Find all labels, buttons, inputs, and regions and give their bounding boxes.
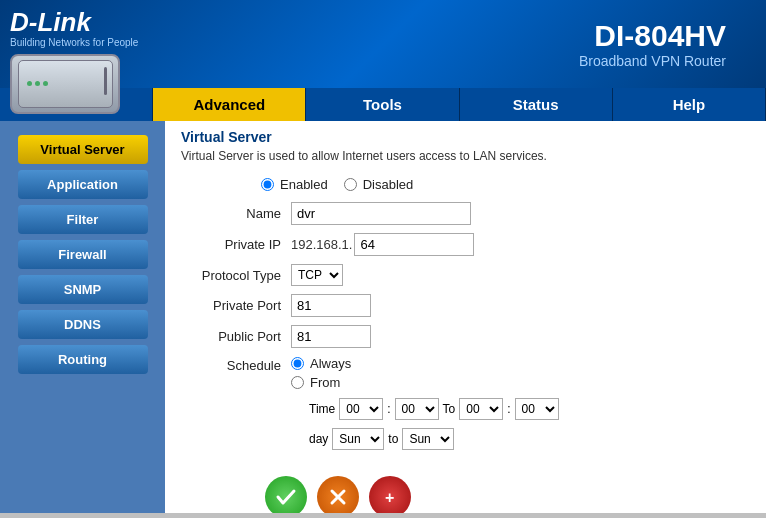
private-port-label: Private Port xyxy=(181,298,291,313)
time-label: Time xyxy=(309,402,335,416)
nav-tab-advanced[interactable]: Advanced xyxy=(153,88,306,121)
sidebar: Virtual Server Application Filter Firewa… xyxy=(0,121,165,513)
disabled-option[interactable]: Disabled xyxy=(344,177,414,192)
name-input[interactable]: dvr xyxy=(291,202,471,225)
nav-tab-status[interactable]: Status xyxy=(460,88,613,121)
cancel-icon[interactable] xyxy=(317,476,359,513)
name-row: Name dvr xyxy=(181,202,750,225)
action-row: Apply Cancel + Help xyxy=(165,466,766,513)
sidebar-item-snmp[interactable]: SNMP xyxy=(18,275,148,304)
ip-prefix: 192.168.1. xyxy=(291,237,352,252)
section-desc: Virtual Server is used to allow Internet… xyxy=(165,147,766,173)
brand-tagline: Building Networks for People xyxy=(10,37,138,48)
help-icon[interactable]: + xyxy=(369,476,411,513)
nav-tab-tools[interactable]: Tools xyxy=(306,88,459,121)
private-ip-label: Private IP xyxy=(181,237,291,252)
sidebar-item-ddns[interactable]: DDNS xyxy=(18,310,148,339)
to-day-label: to xyxy=(388,432,398,446)
day-label: day xyxy=(309,432,328,446)
apply-button[interactable]: Apply xyxy=(265,476,307,513)
public-port-label: Public Port xyxy=(181,329,291,344)
time-hour-start[interactable]: 0001061218 xyxy=(339,398,383,420)
private-port-row: Private Port 81 xyxy=(181,294,750,317)
sidebar-item-filter[interactable]: Filter xyxy=(18,205,148,234)
enabled-radio[interactable] xyxy=(261,178,274,191)
time-section: Time 0001061218 : 00153045 To 0001061218… xyxy=(291,398,559,420)
product-subtitle: Broadband VPN Router xyxy=(579,53,726,69)
protocol-select[interactable]: TCP UDP Both xyxy=(291,264,343,286)
schedule-label: Schedule xyxy=(181,356,291,373)
schedule-options: Always From Time 0001061218 : xyxy=(291,356,559,450)
public-port-input[interactable]: 81 xyxy=(291,325,371,348)
from-option[interactable]: From xyxy=(291,375,559,390)
product-title: DI-804HV Broadband VPN Router xyxy=(579,19,726,69)
private-ip-row: Private IP 192.168.1. 64 xyxy=(181,233,750,256)
private-port-input[interactable]: 81 xyxy=(291,294,371,317)
form-area: Enabled Disabled Name dvr Private IP 192… xyxy=(165,173,766,466)
sidebar-item-firewall[interactable]: Firewall xyxy=(18,240,148,269)
schedule-row: Schedule Always From Time 0001061218 xyxy=(181,356,750,450)
sidebar-item-routing[interactable]: Routing xyxy=(18,345,148,374)
logo-area: D-Link Building Networks for People xyxy=(10,8,138,114)
to-label: To xyxy=(443,402,456,416)
section-title: Virtual Server xyxy=(165,121,766,147)
protocol-row: Protocol Type TCP UDP Both xyxy=(181,264,750,286)
time-min-end[interactable]: 00153045 xyxy=(515,398,559,420)
ip-row: 192.168.1. 64 xyxy=(291,233,474,256)
content-area: Virtual Server Virtual Server is used to… xyxy=(165,121,766,513)
cancel-button[interactable]: Cancel xyxy=(317,476,359,513)
always-radio[interactable] xyxy=(291,357,304,370)
main-layout: Virtual Server Application Filter Firewa… xyxy=(0,121,766,513)
time-hour-end[interactable]: 0001061218 xyxy=(459,398,503,420)
day-section: day SunMonTueWedThuFriSat to SunMonTueWe… xyxy=(291,428,559,450)
header: D-Link Building Networks for People DI-8… xyxy=(0,0,766,88)
name-label: Name xyxy=(181,206,291,221)
nav-tab-help[interactable]: Help xyxy=(613,88,766,121)
always-label: Always xyxy=(310,356,351,371)
svg-text:+: + xyxy=(385,489,394,506)
sidebar-item-virtual-server[interactable]: Virtual Server xyxy=(18,135,148,164)
from-radio[interactable] xyxy=(291,376,304,389)
product-model: DI-804HV xyxy=(579,19,726,53)
from-label: From xyxy=(310,375,340,390)
time-min-start[interactable]: 00153045 xyxy=(395,398,439,420)
disabled-radio[interactable] xyxy=(344,178,357,191)
private-ip-suffix-input[interactable]: 64 xyxy=(354,233,474,256)
day-start[interactable]: SunMonTueWedThuFriSat xyxy=(332,428,384,450)
enabled-option[interactable]: Enabled xyxy=(261,177,328,192)
router-image xyxy=(10,54,120,114)
brand-name: D-Link xyxy=(10,8,138,37)
day-end[interactable]: SunMonTueWedThuFriSat xyxy=(402,428,454,450)
help-button[interactable]: + Help xyxy=(369,476,411,513)
apply-icon[interactable] xyxy=(265,476,307,513)
protocol-label: Protocol Type xyxy=(181,268,291,283)
sidebar-item-application[interactable]: Application xyxy=(18,170,148,199)
enabled-disabled-row: Enabled Disabled xyxy=(181,177,750,192)
public-port-row: Public Port 81 xyxy=(181,325,750,348)
always-option[interactable]: Always xyxy=(291,356,559,371)
